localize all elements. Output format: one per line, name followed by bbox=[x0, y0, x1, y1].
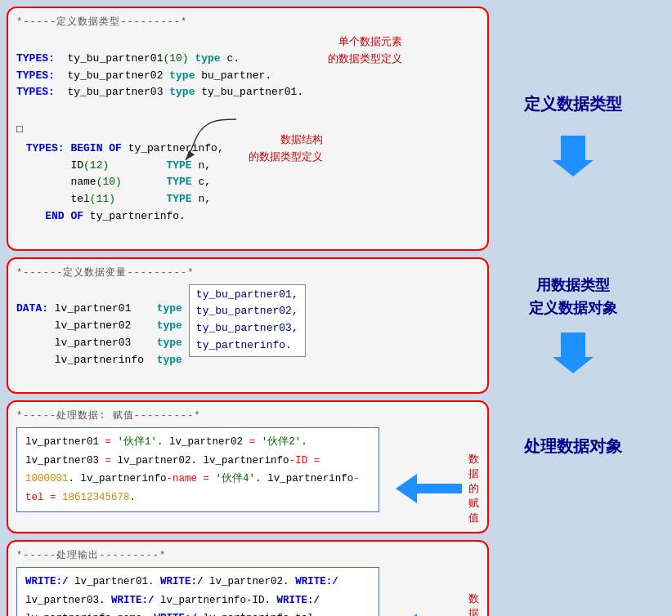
section3-title: *-----处理数据: 赋值---------* bbox=[16, 408, 479, 422]
annotation-struct-type: 数据结构 的数据类型定义 bbox=[240, 132, 323, 166]
arrow-down-2 bbox=[553, 333, 594, 377]
assign-arrow-shaft bbox=[417, 484, 462, 493]
section-assign: *-----处理数据: 赋值---------* lv_partner01 = … bbox=[7, 400, 489, 533]
section1-title: *-----定义数据类型---------* bbox=[16, 15, 479, 29]
section-define-types: *-----定义数据类型---------* TYPES: ty_bu_part… bbox=[7, 7, 489, 251]
arrow-down-1 bbox=[553, 136, 594, 181]
right-panel-1: 定义数据类型 bbox=[495, 7, 651, 251]
section-output: *-----处理输出---------* WRITE:/ lv_partner0… bbox=[7, 540, 489, 616]
type-values-box: ty_bu_partner01, ty_bu_partner02, ty_bu_… bbox=[189, 284, 306, 357]
section4-title: *-----处理输出---------* bbox=[16, 548, 479, 562]
annotation-assign: 数据的赋值 bbox=[396, 452, 479, 525]
section4-code-box: WRITE:/ lv_partner01. WRITE:/ lv_partner… bbox=[16, 567, 379, 616]
assign-arrow-head bbox=[396, 474, 417, 503]
struct-arrow bbox=[179, 115, 244, 164]
right-label-3: 处理数据对象 bbox=[524, 433, 622, 459]
output-annotation-label: 数据的输出 bbox=[468, 591, 479, 616]
svg-marker-2 bbox=[553, 333, 594, 373]
section1-code: TYPES: ty_bu_partner01(10) type c. TYPES… bbox=[16, 33, 303, 118]
right-panel-3: 处理数据对象 bbox=[495, 400, 651, 459]
section3-code-box: lv_partner01 = '伙伴1'. lv_partner02 = '伙伴… bbox=[16, 427, 379, 512]
annotation-single-type: 单个数据元素 的数据类型定义 bbox=[328, 33, 402, 68]
section2-code: DATA: lv_partner01 type lv_partner02 typ… bbox=[16, 284, 182, 386]
assign-annotation-label: 数据的赋值 bbox=[468, 452, 479, 525]
annotation-output: 数据的输出 bbox=[396, 591, 479, 616]
svg-marker-1 bbox=[553, 136, 594, 176]
types-kw1: TYPES: bbox=[16, 52, 55, 65]
main-container: *-----定义数据类型---------* TYPES: ty_bu_part… bbox=[0, 0, 672, 616]
right-label-1: 定义数据类型 bbox=[521, 84, 625, 123]
right-label-2: 用数据类型 定义数据对象 bbox=[529, 274, 617, 321]
section2-title: *------定义数据变量---------* bbox=[16, 266, 479, 279]
right-panel-2: 用数据类型 定义数据对象 bbox=[495, 257, 651, 395]
section-define-vars: *------定义数据变量---------* DATA: lv_partner… bbox=[7, 257, 489, 395]
